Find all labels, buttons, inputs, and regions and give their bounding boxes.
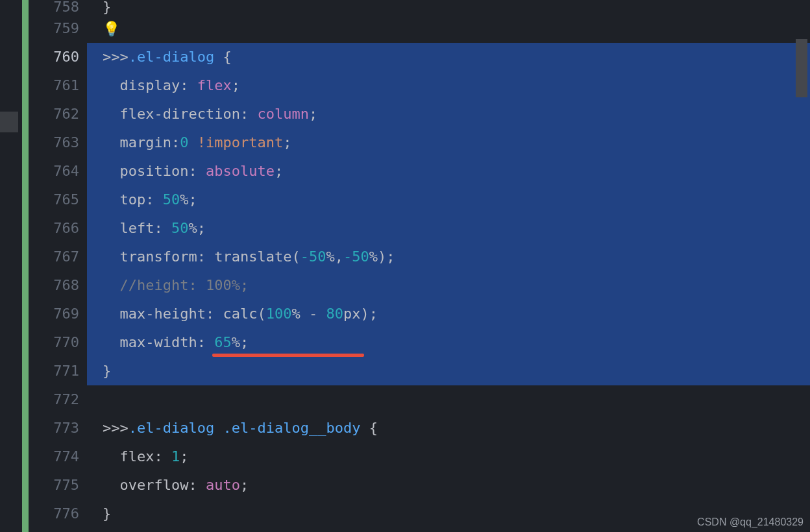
- line-number: 770: [29, 328, 79, 357]
- css-unit: %: [180, 191, 188, 208]
- css-number: 50: [163, 191, 180, 208]
- code-line[interactable]: }: [87, 0, 810, 14]
- css-unit: %: [188, 220, 197, 236]
- code-line[interactable]: max-height: calc(100% - 80px);: [87, 300, 810, 328]
- css-number: 50: [171, 220, 189, 236]
- css-value: absolute: [206, 163, 275, 179]
- line-numbers: 758 759 760 761 762 763 764 765 766 767 …: [29, 0, 87, 532]
- selector-class: .el-dialog: [129, 49, 214, 65]
- css-property: position: [120, 163, 189, 179]
- code-line[interactable]: 💡: [87, 14, 810, 43]
- combinator: >>>: [103, 420, 129, 436]
- css-unit: px: [343, 306, 361, 322]
- code-line[interactable]: transform: translate(-50%,-50%);: [87, 243, 810, 271]
- line-number: 768: [29, 271, 79, 300]
- code-area[interactable]: } 💡 >>>.el-dialog { display: flex; flex-…: [87, 0, 810, 532]
- code-line[interactable]: margin:0 !important;: [87, 128, 810, 157]
- brace: {: [369, 420, 378, 436]
- css-function: translate: [214, 248, 291, 265]
- code-editor[interactable]: 758 759 760 761 762 763 764 765 766 767 …: [0, 0, 810, 532]
- css-value: flex: [197, 77, 232, 93]
- code-line[interactable]: max-width: 65%;: [87, 328, 810, 357]
- gutter: 758 759 760 761 762 763 764 765 766 767 …: [22, 0, 87, 532]
- brace: }: [103, 363, 111, 379]
- red-underline-annotation: [212, 354, 364, 357]
- code-line[interactable]: }: [87, 357, 810, 385]
- code-line[interactable]: left: 50%;: [87, 214, 810, 243]
- selector-class: .el-dialog: [129, 420, 214, 436]
- line-number: 760: [29, 43, 79, 71]
- css-unit: %: [326, 248, 334, 265]
- code-line[interactable]: //height: 100%;: [87, 271, 810, 300]
- css-value: auto: [206, 477, 240, 493]
- line-number: 764: [29, 157, 79, 186]
- css-number: 65: [214, 334, 232, 350]
- css-property: transform: [120, 248, 197, 265]
- code-line[interactable]: display: flex;: [87, 71, 810, 100]
- scrollbar-thumb[interactable]: [796, 39, 807, 97]
- active-indicator: [0, 112, 18, 132]
- line-number: 759: [29, 14, 79, 43]
- code-line[interactable]: position: absolute;: [87, 157, 810, 186]
- operator: -: [309, 306, 317, 322]
- line-number: 776: [29, 500, 79, 528]
- line-number: 769: [29, 300, 79, 328]
- line-number: 767: [29, 243, 79, 271]
- brace: {: [223, 49, 231, 65]
- line-number: 766: [29, 214, 79, 243]
- css-number: 0: [180, 134, 188, 151]
- css-property: display: [120, 77, 180, 93]
- css-number: -50: [343, 248, 369, 265]
- css-comment: //height: 100%;: [120, 277, 249, 293]
- css-function: calc: [223, 306, 257, 322]
- css-property: flex: [120, 448, 154, 465]
- css-property: top: [120, 191, 146, 208]
- css-property: max-width: [120, 334, 197, 350]
- css-property: overflow: [120, 477, 189, 493]
- css-property: max-height: [120, 306, 206, 322]
- css-number: 80: [326, 306, 343, 322]
- lightbulb-icon[interactable]: 💡: [103, 21, 120, 37]
- code-line[interactable]: flex: 1;: [87, 442, 810, 471]
- combinator: >>>: [103, 49, 129, 65]
- line-number: 761: [29, 71, 79, 100]
- css-property: left: [120, 220, 154, 236]
- line-number: 763: [29, 128, 79, 157]
- css-number: -50: [301, 248, 326, 265]
- selector-class: .el-dialog__body: [223, 420, 360, 436]
- line-number: 762: [29, 100, 79, 128]
- css-number: 100: [266, 306, 292, 322]
- line-number: 775: [29, 471, 79, 500]
- line-number: 765: [29, 186, 79, 214]
- line-number: 773: [29, 414, 79, 442]
- css-important: !important: [197, 134, 283, 151]
- css-value: column: [257, 106, 308, 122]
- line-number: 758: [29, 0, 79, 14]
- line-number: 771: [29, 357, 79, 385]
- css-property: margin: [120, 134, 171, 151]
- code-line[interactable]: overflow: auto;: [87, 471, 810, 500]
- code-line[interactable]: flex-direction: column;: [87, 100, 810, 128]
- css-unit: %: [291, 306, 300, 322]
- line-number: 774: [29, 442, 79, 471]
- css-number: 1: [171, 448, 180, 465]
- vcs-change-bar[interactable]: [22, 0, 29, 532]
- watermark: CSDN @qq_21480329: [697, 516, 804, 528]
- css-property: flex-direction: [120, 106, 240, 122]
- brace: }: [103, 505, 111, 522]
- line-number: 772: [29, 385, 79, 414]
- brace: }: [103, 0, 111, 15]
- code-line[interactable]: top: 50%;: [87, 186, 810, 214]
- css-unit: %: [232, 334, 240, 350]
- editor-left-margin: [0, 0, 22, 532]
- code-line[interactable]: >>>.el-dialog .el-dialog__body {: [87, 414, 810, 442]
- code-line[interactable]: >>>.el-dialog {: [87, 43, 810, 71]
- css-unit: %: [369, 248, 378, 265]
- code-line[interactable]: [87, 385, 810, 414]
